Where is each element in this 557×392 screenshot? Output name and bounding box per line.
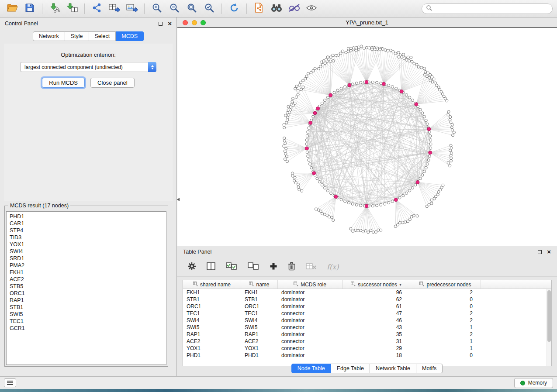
chevron-down-icon[interactable]: ▾: [399, 282, 401, 287]
tab-style[interactable]: Style: [65, 31, 89, 41]
result-item[interactable]: ACE2: [10, 276, 166, 283]
tab-select[interactable]: Select: [89, 31, 116, 41]
run-mcds-button[interactable]: Run MCDS: [42, 78, 85, 88]
export-network-button[interactable]: [89, 2, 105, 15]
column-header[interactable]: name: [241, 280, 278, 289]
result-item[interactable]: SRD1: [10, 255, 166, 262]
find-button[interactable]: [269, 2, 284, 15]
criterion-select[interactable]: largest connected component (undirected): [20, 62, 156, 72]
scrollbar-thumb[interactable]: [547, 290, 551, 342]
unchecked-boxes-icon: [248, 262, 259, 272]
add-column-button[interactable]: [270, 262, 277, 272]
search-input[interactable]: [435, 6, 548, 12]
result-item[interactable]: YOX1: [10, 241, 166, 248]
result-item[interactable]: CAR1: [10, 220, 166, 227]
select-all-button[interactable]: [226, 262, 237, 272]
column-header[interactable]: successor nodes▾: [343, 280, 410, 289]
column-header[interactable]: shared name: [183, 280, 241, 289]
table-cell: ACE2: [183, 338, 241, 344]
tab-motifs[interactable]: Motifs: [416, 364, 443, 373]
table-toolbar: f(x): [177, 258, 557, 277]
function-builder-button[interactable]: f(x): [327, 263, 339, 271]
table-cell: 62: [343, 296, 410, 303]
delete-table-button[interactable]: [306, 263, 316, 272]
result-item[interactable]: SWI4: [10, 248, 166, 255]
table-cell: 1: [410, 338, 481, 344]
tab-node-table[interactable]: Node Table: [291, 364, 331, 373]
table-cell: dominator: [278, 317, 343, 323]
float-panel-icon[interactable]: [538, 250, 542, 254]
minimize-window-icon[interactable]: [192, 20, 197, 25]
table-row[interactable]: ORC1ORC1dominator610: [183, 303, 547, 310]
result-item[interactable]: TEC1: [10, 318, 166, 325]
result-item[interactable]: FKH1: [10, 269, 166, 276]
table-cell: 29: [343, 345, 410, 351]
result-item[interactable]: TID3: [10, 234, 166, 241]
zoom-in-button[interactable]: [149, 2, 165, 15]
float-panel-icon[interactable]: [159, 22, 163, 26]
result-item[interactable]: RAP1: [10, 297, 166, 304]
table-row[interactable]: YOX1YOX1connector291: [183, 345, 547, 352]
save-session-button[interactable]: [22, 2, 38, 15]
tab-network-table[interactable]: Network Table: [370, 364, 416, 373]
import-table-button[interactable]: [64, 2, 80, 15]
table-row[interactable]: TEC1TEC1connector472: [183, 310, 547, 317]
table-row[interactable]: STB1STB1dominator620: [183, 296, 547, 303]
result-item[interactable]: SWI5: [10, 311, 166, 318]
import-table-icon: [66, 3, 78, 14]
export-table-button[interactable]: [107, 2, 122, 15]
export-image-button[interactable]: [124, 2, 140, 15]
table-row[interactable]: SWI4SWI4dominator462: [183, 317, 547, 324]
sort-icon: [294, 282, 298, 288]
result-item[interactable]: PMA2: [10, 262, 166, 269]
open-session-button[interactable]: [4, 2, 20, 15]
result-item[interactable]: STP4: [10, 227, 166, 234]
table-row[interactable]: ACE2ACE2connector311: [183, 338, 547, 345]
network-titlebar: YPA_prune.txt_1: [177, 17, 557, 28]
refresh-button[interactable]: [226, 2, 242, 15]
maximize-window-icon[interactable]: [201, 20, 206, 25]
close-panel-icon[interactable]: ×: [547, 250, 551, 254]
table-cell: RAP1: [241, 331, 278, 337]
table-row[interactable]: PHD1PHD1dominator180: [183, 352, 547, 359]
table-row[interactable]: RAP1RAP1dominator352: [183, 331, 547, 338]
table-cell: PHD1: [183, 352, 241, 358]
tab-edge-table[interactable]: Edge Table: [331, 364, 370, 373]
table-body[interactable]: FKH1FKH1dominator962STB1STB1dominator620…: [183, 289, 547, 366]
column-header[interactable]: MCDS role: [278, 280, 343, 289]
table-row[interactable]: FKH1FKH1dominator962: [183, 289, 547, 296]
toolbar-search[interactable]: [422, 3, 553, 14]
result-item[interactable]: PHD1: [10, 213, 166, 220]
network-canvas[interactable]: [177, 28, 557, 246]
table-scrollbar[interactable]: [547, 289, 551, 366]
show-columns-button[interactable]: [207, 262, 215, 272]
network-graph[interactable]: [177, 28, 557, 246]
result-item[interactable]: GCR1: [10, 325, 166, 332]
close-panel-button[interactable]: Close panel: [90, 78, 135, 88]
table-row[interactable]: SWI5SWI5connector431: [183, 324, 547, 331]
zoom-out-button[interactable]: [166, 2, 182, 15]
result-item[interactable]: STB1: [10, 304, 166, 311]
result-item[interactable]: ORC1: [10, 290, 166, 297]
memory-button[interactable]: Memory: [514, 378, 553, 388]
tab-network[interactable]: Network: [33, 31, 65, 41]
import-network-button[interactable]: [47, 2, 62, 15]
task-history-button[interactable]: [4, 378, 16, 387]
close-window-icon[interactable]: [183, 20, 188, 25]
share-document-button[interactable]: [251, 2, 267, 15]
hide-glasses-button[interactable]: [286, 2, 302, 15]
mcds-result-list[interactable]: PHD1CAR1STP4TID3YOX1SWI4SRD1PMA2FKH1ACE2…: [6, 211, 166, 365]
delete-column-button[interactable]: [288, 262, 295, 272]
export-table-icon: [109, 3, 120, 14]
zoom-fit-button[interactable]: [184, 2, 200, 15]
zoom-selected-button[interactable]: [201, 2, 217, 15]
deselect-all-button[interactable]: [248, 262, 259, 272]
sort-icon: [351, 282, 356, 288]
result-item[interactable]: STB5: [10, 283, 166, 290]
column-header[interactable]: predecessor nodes: [410, 280, 481, 289]
show-eye-button[interactable]: [304, 2, 319, 15]
close-panel-icon[interactable]: ×: [168, 21, 172, 26]
node-table[interactable]: shared namenameMCDS rolesuccessor nodes▾…: [183, 280, 552, 366]
tab-mcds[interactable]: MCDS: [116, 31, 144, 41]
table-settings-button[interactable]: [187, 262, 196, 272]
